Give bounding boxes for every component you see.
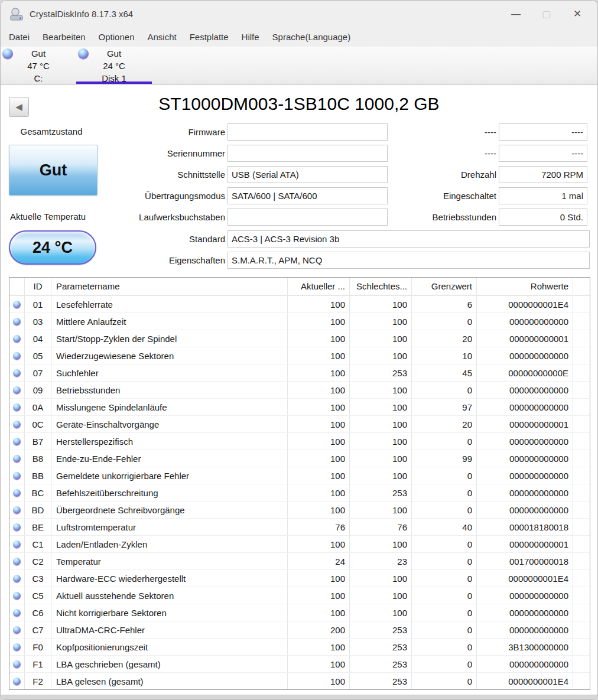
row-status-cell: [9, 364, 25, 381]
attribute-worst: 100: [350, 450, 412, 467]
row-filler: [573, 364, 590, 381]
table-row[interactable]: B8 Ende-zu-Ende-Fehler 100 100 99 000000…: [9, 450, 590, 467]
table-row[interactable]: 03 Mittlere Anlaufzeit 100 100 0 0000000…: [9, 312, 590, 330]
row-filler: [573, 330, 590, 347]
table-row[interactable]: 04 Start/Stopp-Zyklen der Spindel 100 10…: [9, 330, 590, 347]
field-value-box: 0 Std.: [499, 209, 587, 226]
table-row[interactable]: B7 Herstellerspezifisch 100 100 0 000000…: [9, 432, 590, 450]
header-parametername: Parametername: [51, 278, 288, 295]
attribute-current: 100: [288, 484, 350, 501]
table-row[interactable]: BD Übergeordnete Schreibvorgänge 100 100…: [9, 501, 590, 518]
attribute-id: 0A: [25, 399, 51, 415]
attribute-worst: 100: [350, 347, 412, 364]
attribute-worst: 253: [350, 673, 412, 689]
disk-tab[interactable]: Gut 47 °C C:: [1, 47, 76, 84]
table-row[interactable]: BC Befehlszeitüberschreitung 100 253 0 0…: [9, 484, 590, 501]
attribute-name: Wiederzugewiesene Sektoren: [51, 347, 288, 364]
field-value: ACS-3 | ACS-3 Revision 3b: [232, 234, 339, 244]
attribute-status-orb-icon: [13, 352, 21, 360]
attribute-threshold: 99: [412, 450, 477, 467]
attribute-status-orb-icon: [13, 626, 21, 634]
attribute-threshold: 45: [412, 364, 477, 381]
header-raw: Rohwerte: [477, 278, 573, 295]
row-status-cell: [9, 570, 25, 587]
attribute-worst: 100: [350, 604, 412, 621]
close-button[interactable]: ✕: [562, 1, 593, 27]
menu-item[interactable]: Optionen: [92, 30, 141, 44]
attribute-status-orb-icon: [13, 575, 21, 582]
table-row[interactable]: C7 UltraDMA-CRC-Fehler 200 253 0 0000000…: [9, 621, 590, 638]
menu-item[interactable]: Datei: [2, 30, 36, 44]
smart-table-body: 01 Lesefehlerrate 100 100 6 0000000001E4…: [9, 295, 590, 689]
attribute-raw: 000000000000: [477, 467, 573, 484]
menu-item[interactable]: Ansicht: [141, 30, 183, 44]
table-row[interactable]: 07 Suchfehler 100 253 45 00000000000E: [9, 364, 590, 381]
field-value: USB (Serial ATA): [232, 170, 299, 180]
attribute-raw: 000000000000: [477, 382, 573, 398]
attribute-name: Suchfehler: [51, 364, 288, 381]
minimize-button[interactable]: —: [500, 1, 531, 27]
attribute-raw: 3B1300000000: [477, 639, 573, 655]
attribute-raw: 000018180018: [477, 519, 573, 535]
field-label: ----: [388, 148, 499, 158]
table-row[interactable]: C2 Temperatur 24 23 0 001700000018: [9, 552, 590, 569]
app-icon: [9, 6, 24, 22]
row-status-cell: [9, 382, 25, 398]
row-status-cell: [9, 450, 25, 467]
table-row[interactable]: 09 Betriebsstunden 100 100 0 00000000000…: [9, 381, 590, 398]
attribute-id: 07: [25, 364, 51, 381]
attribute-current: 100: [288, 656, 350, 672]
drive-fields-wide: Standard ACS-3 | ACS-3 Revision 3b Eigen…: [1, 230, 590, 273]
menu-item[interactable]: Bearbeiten: [36, 30, 92, 44]
attribute-id: F0: [25, 639, 51, 655]
attribute-id: C6: [25, 604, 51, 621]
attribute-name: Herstellerspezifisch: [51, 433, 288, 450]
attribute-raw: 000000000000: [477, 347, 573, 364]
menu-bar: Datei Bearbeiten Optionen Ansicht Festpl…: [1, 27, 597, 47]
table-row[interactable]: 0C Geräte-Einschaltvorgänge 100 100 20 0…: [9, 415, 590, 432]
attribute-threshold: 0: [412, 604, 477, 621]
table-row[interactable]: BB Gemeldete unkorrigierbare Fehler 100 …: [9, 467, 590, 484]
disk-tab[interactable]: Gut 24 °C Disk 1: [76, 47, 152, 84]
table-row[interactable]: F0 Kopfpositionierungszeit 100 253 0 3B1…: [9, 638, 590, 655]
table-row[interactable]: F1 LBA geschrieben (gesamt) 100 253 0 00…: [9, 655, 590, 672]
attribute-status-orb-icon: [13, 609, 21, 617]
table-row[interactable]: C5 Aktuell ausstehende Sektoren 100 100 …: [9, 587, 590, 604]
table-row[interactable]: C3 Hardware-ECC wiederhergestellt 100 10…: [9, 569, 590, 587]
attribute-status-orb-icon: [13, 523, 21, 531]
field-value-box: USB (Serial ATA): [228, 166, 388, 183]
attribute-worst: 100: [350, 433, 412, 450]
title-bar: CrystalDiskInfo 8.17.3 x64 — ▢ ✕: [1, 1, 597, 27]
field-value: ----: [571, 127, 583, 137]
menu-item[interactable]: Festplatte: [183, 30, 235, 44]
table-row[interactable]: 05 Wiederzugewiesene Sektoren 100 100 10…: [9, 347, 590, 364]
attribute-name: Übergeordnete Schreibvorgänge: [51, 502, 288, 518]
field-value: 7200 RPM: [541, 170, 583, 180]
menu-item[interactable]: Hilfe: [235, 30, 266, 44]
table-row[interactable]: F2 LBA gelesen (gesamt) 100 253 0 000000…: [9, 672, 590, 689]
table-row[interactable]: 01 Lesefehlerrate 100 100 6 0000000001E4: [9, 295, 590, 312]
menu-item[interactable]: Sprache(Language): [266, 30, 358, 44]
table-row[interactable]: BE Luftstromtemperatur 76 76 40 00001818…: [9, 518, 590, 535]
attribute-status-orb-icon: [13, 660, 21, 668]
attribute-worst: 100: [350, 467, 412, 484]
maximize-button[interactable]: ▢: [531, 1, 562, 27]
field-value-box: ----: [499, 145, 587, 162]
table-row[interactable]: C1 Laden/Entladen-Zyklen 100 100 0 00000…: [9, 535, 590, 552]
table-row[interactable]: C6 Nicht korrigierbare Sektoren 100 100 …: [9, 604, 590, 621]
row-filler: [573, 347, 590, 364]
attribute-threshold: 6: [412, 296, 477, 312]
field-row: Eigenschaften S.M.A.R.T., APM, NCQ: [1, 252, 590, 269]
row-filler: [573, 502, 590, 518]
attribute-raw: 000000000001: [477, 416, 573, 432]
attribute-raw: 000000000000: [477, 656, 573, 672]
attribute-current: 100: [288, 673, 350, 689]
attribute-worst: 100: [350, 502, 412, 518]
row-status-cell: [9, 519, 25, 535]
attribute-worst: 23: [350, 553, 412, 569]
table-row[interactable]: 0A Misslungene Spindelanläufe 100 100 97…: [9, 398, 590, 415]
field-label: Schnittstelle: [1, 170, 228, 180]
field-label: Seriennummer: [1, 148, 228, 158]
attribute-name: Hardware-ECC wiederhergestellt: [51, 570, 288, 587]
attribute-name: Laden/Entladen-Zyklen: [51, 536, 288, 552]
